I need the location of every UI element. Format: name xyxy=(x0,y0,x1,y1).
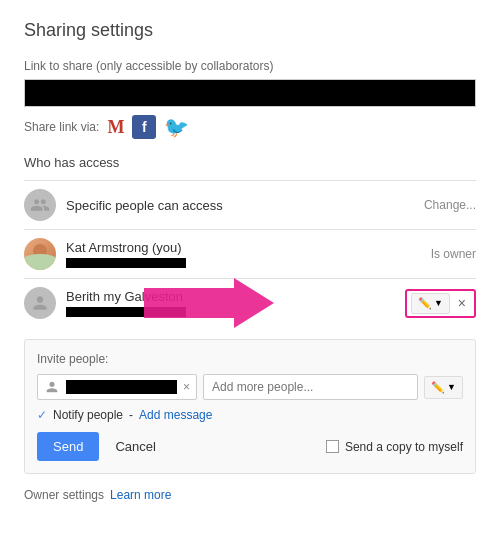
berith-icon xyxy=(24,287,56,319)
kat-name: Kat Armstrong (you) xyxy=(66,240,431,255)
specific-people-icon xyxy=(24,189,56,221)
kat-role: Is owner xyxy=(431,247,476,261)
kat-info: Kat Armstrong (you) xyxy=(66,240,431,268)
copy-checkbox[interactable] xyxy=(326,440,339,453)
invite-label: Invite people: xyxy=(37,352,463,366)
action-row: Send Cancel Send a copy to myself xyxy=(37,432,463,461)
berith-remove-button[interactable]: × xyxy=(454,293,470,313)
chevron-down-icon: ▼ xyxy=(434,298,443,308)
berith-name: Berith my Galveston xyxy=(66,289,405,304)
invite-pencil-icon: ✏️ xyxy=(431,381,445,394)
owner-settings-label: Owner settings xyxy=(24,488,104,502)
add-more-input[interactable] xyxy=(203,374,418,400)
berith-edit-controls: ✏️ ▼ × xyxy=(405,289,476,318)
add-message-link[interactable]: Add message xyxy=(139,408,212,422)
access-row-kat: Kat Armstrong (you) Is owner xyxy=(24,229,476,278)
learn-more-link[interactable]: Learn more xyxy=(110,488,171,502)
send-button[interactable]: Send xyxy=(37,432,99,461)
notify-row: ✓ Notify people - Add message xyxy=(37,408,463,422)
owner-settings-row: Owner settings Learn more xyxy=(24,488,476,502)
cancel-button[interactable]: Cancel xyxy=(107,432,163,461)
facebook-icon[interactable]: f xyxy=(132,115,156,139)
invite-email-value xyxy=(66,380,177,394)
invite-input-row: × ✏️ ▼ xyxy=(37,374,463,400)
specific-people-name: Specific people can access xyxy=(66,198,424,213)
access-row-specific: Specific people can access Change... xyxy=(24,180,476,229)
berith-info: Berith my Galveston xyxy=(66,289,405,317)
berith-edit-button[interactable]: ✏️ ▼ xyxy=(411,293,450,314)
twitter-icon[interactable]: 🐦 xyxy=(164,115,189,139)
copy-checkbox-area: Send a copy to myself xyxy=(326,440,463,454)
who-has-access-title: Who has access xyxy=(24,155,476,170)
change-link[interactable]: Change... xyxy=(424,198,476,212)
invite-section: Invite people: × ✏️ ▼ ✓ Notify people - … xyxy=(24,339,476,474)
copy-label: Send a copy to myself xyxy=(345,440,463,454)
pencil-icon: ✏️ xyxy=(418,297,432,310)
specific-people-info: Specific people can access xyxy=(66,198,424,213)
invite-permission-button[interactable]: ✏️ ▼ xyxy=(424,376,463,399)
invite-chevron-icon: ▼ xyxy=(447,382,456,392)
page-title: Sharing settings xyxy=(24,20,476,41)
link-section-label: Link to share (only accessible by collab… xyxy=(24,59,476,73)
kat-avatar xyxy=(24,238,56,270)
notify-dash: - xyxy=(129,408,133,422)
notify-checkmark: ✓ xyxy=(37,408,47,422)
link-input[interactable] xyxy=(24,79,476,107)
berith-email xyxy=(66,307,186,317)
access-row-berith: Berith my Galveston ✏️ ▼ × xyxy=(24,278,476,327)
notify-label: Notify people xyxy=(53,408,123,422)
invite-clear-button[interactable]: × xyxy=(183,380,190,394)
invite-input-box: × xyxy=(37,374,197,400)
gmail-icon[interactable]: M xyxy=(107,117,124,138)
invite-person-icon xyxy=(44,379,60,395)
share-via-label: Share link via: xyxy=(24,120,99,134)
kat-email xyxy=(66,258,186,268)
